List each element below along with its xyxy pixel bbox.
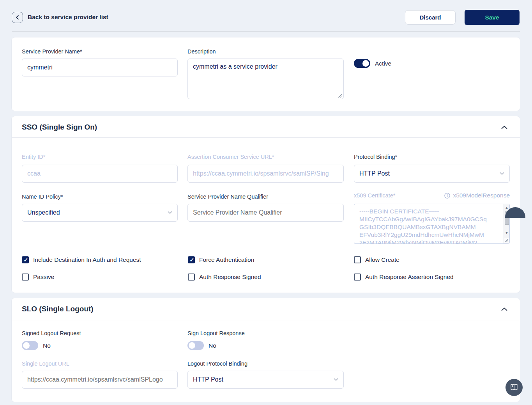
chevron-down-icon — [500, 172, 504, 175]
topbar-divider — [12, 31, 520, 32]
checkbox-auth-response-signed[interactable]: Auth Response Signed — [188, 274, 261, 281]
scroll-down-icon[interactable]: ▼ — [505, 231, 509, 235]
sso-card: SSO (Single Sign On) Entity ID* Assertio… — [12, 116, 520, 293]
sign-logout-response-toggle[interactable] — [187, 341, 204, 350]
resize-grip-icon[interactable] — [504, 238, 509, 243]
slo-card: SLO (Single Logout) Signed Logout Reques… — [12, 298, 520, 402]
logout-protocol-binding-select[interactable]: HTTP Post — [187, 371, 344, 389]
name-id-policy-label: Name ID Policy* — [22, 194, 63, 200]
back-button[interactable] — [12, 12, 23, 23]
scroll-up-icon[interactable]: ▲ — [505, 206, 509, 210]
checkbox-allow-create[interactable]: Allow Create — [354, 256, 399, 263]
general-card: Service Provider Name* Description cymme… — [12, 37, 520, 111]
single-logout-url-label: Single Logout URL — [22, 361, 69, 367]
service-provider-name-label: Service Provider Name* — [22, 48, 82, 55]
docs-fab-button[interactable] — [505, 379, 523, 396]
acs-url-label: Assertion Consumer Service URL* — [187, 154, 274, 160]
protocol-binding-select[interactable]: HTTP Post — [354, 165, 510, 183]
open-book-icon — [510, 384, 518, 391]
entity-id-label: Entity ID* — [22, 154, 45, 160]
checkbox-icon — [354, 274, 361, 281]
chevron-up-icon — [501, 126, 507, 129]
checkbox-icon — [22, 274, 29, 281]
x509-certificate-label: x509 Certificate* — [354, 192, 395, 199]
checkbox-icon — [354, 256, 361, 263]
chevron-down-icon — [168, 211, 172, 214]
chevron-down-icon — [334, 378, 338, 381]
signed-logout-request-toggle[interactable] — [22, 341, 38, 350]
checkbox-passive[interactable]: Passive — [22, 274, 54, 281]
checkbox-icon — [22, 256, 29, 263]
checkbox-icon — [188, 274, 195, 281]
sso-collapse-button[interactable] — [500, 124, 509, 131]
x509-certificate-textarea[interactable]: -----BEGIN CERTIFICATE----- MIICyTCCAbGg… — [354, 204, 510, 244]
sp-name-qualifier-label: Service Provider Name Qualifier — [187, 194, 268, 200]
chevron-left-icon — [16, 15, 19, 20]
sp-name-qualifier-input[interactable] — [187, 204, 344, 222]
resize-grip-icon[interactable] — [338, 94, 342, 98]
active-toggle-label: Active — [375, 60, 391, 67]
logout-protocol-binding-label: Logout Protocol Binding — [187, 361, 247, 367]
service-provider-name-input[interactable] — [22, 59, 178, 76]
sso-section-title: SSO (Single Sign On) — [22, 123, 97, 131]
checkbox-auth-response-assertion-signed[interactable]: Auth Response Assertion Signed — [354, 274, 454, 281]
entity-id-input[interactable] — [22, 165, 178, 183]
save-button[interactable]: Save — [465, 10, 520, 25]
x509-model-response-link[interactable]: x509ModelResponse — [444, 192, 510, 199]
signed-logout-request-label: Signed Logout Request — [22, 330, 81, 336]
protocol-binding-label: Protocol Binding* — [354, 154, 397, 160]
name-id-policy-select[interactable]: Unspecified — [22, 204, 178, 222]
checkbox-include-destination[interactable]: Include Destination In Auth and Request — [22, 256, 141, 263]
single-logout-url-input[interactable] — [22, 371, 178, 389]
slo-section-title: SLO (Single Logout) — [22, 305, 94, 313]
page-title: Back to service provider list — [28, 14, 108, 21]
sign-logout-response-state: No — [209, 342, 216, 349]
description-textarea[interactable]: cymmetri as a service provider — [187, 59, 344, 99]
signed-logout-request-state: No — [43, 342, 51, 349]
info-icon — [444, 193, 450, 199]
active-toggle[interactable] — [354, 59, 370, 68]
chevron-up-icon — [501, 307, 507, 311]
slo-collapse-button[interactable] — [500, 306, 509, 313]
checkbox-icon — [188, 256, 195, 263]
acs-url-input[interactable] — [187, 165, 344, 183]
sign-logout-response-label: Sign Logout Response — [187, 330, 245, 336]
description-label: Description — [187, 48, 216, 55]
discard-button[interactable]: Discard — [405, 10, 456, 25]
checkbox-force-authentication[interactable]: Force Authentication — [188, 256, 254, 263]
x509-certificate-value: -----BEGIN CERTIFICATE----- MIICyTCCAbGg… — [354, 204, 504, 243]
